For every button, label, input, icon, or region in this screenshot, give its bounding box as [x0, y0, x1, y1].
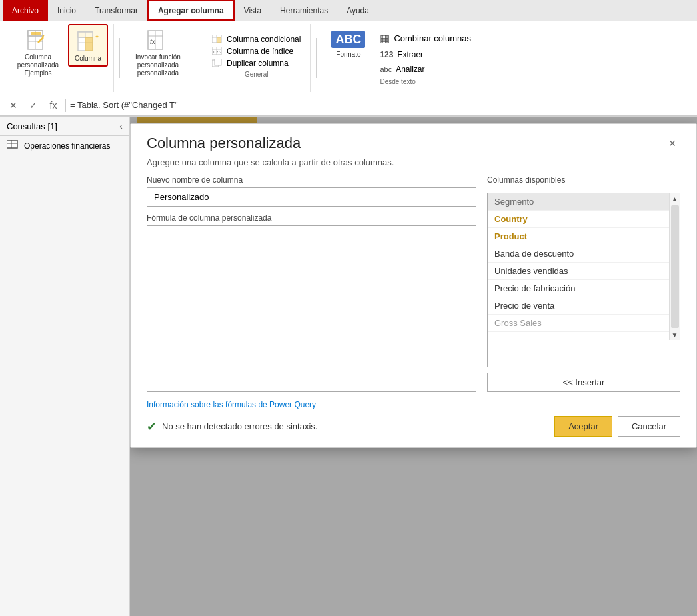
extraer-label: Extraer: [397, 50, 423, 59]
combinar-columnas-icon: ▦: [380, 32, 390, 45]
columna-indice-label: Columna de índice: [227, 47, 293, 56]
column-item-banda[interactable]: Banda de descuento: [488, 245, 669, 263]
column-item-precio-fab[interactable]: Precio de fabricación: [488, 280, 669, 297]
column-item-product[interactable]: Product: [488, 228, 669, 245]
duplicar-columna-btn[interactable]: Duplicar columna: [209, 57, 303, 69]
ribbon-group-invocar: fx Invocar función personalizada persona…: [125, 24, 191, 92]
tab-inicio[interactable]: Inicio: [48, 0, 85, 21]
tab-transformar[interactable]: Transformar: [85, 0, 147, 21]
columns-scroll-area: Segmento Country Product Banda de descue…: [488, 193, 680, 340]
svg-rect-29: [7, 140, 17, 148]
formula-separator: [65, 99, 66, 112]
tab-vista[interactable]: Vista: [235, 0, 271, 21]
scroll-up-btn[interactable]: ▲: [670, 193, 680, 204]
modal-footer: Información sobre las fórmulas de Power …: [131, 392, 696, 447]
formula-text: = Tabla. Sort (#"Changed T": [70, 100, 692, 110]
columna-btn[interactable]: ✦ Columna: [68, 24, 108, 67]
column-name-input[interactable]: [147, 187, 476, 207]
columna-condicional-icon: [212, 35, 223, 44]
combinar-columnas-label: Combinar columnas: [394, 33, 471, 43]
columns-scrollbar[interactable]: ▲ ▼: [669, 193, 680, 340]
tab-agregar-columna[interactable]: Agregar columna: [147, 0, 235, 21]
footer-buttons: Aceptar Cancelar: [554, 416, 680, 437]
modal-overlay: Columna personalizada × Agregue una colu…: [130, 117, 697, 616]
invocar-fn-sublabel: personalizada: [137, 69, 179, 77]
formula-fx-btn[interactable]: fx: [45, 97, 61, 113]
formula-confirm-btn[interactable]: ✓: [25, 97, 41, 113]
columna-condicional-btn[interactable]: Columna condicional: [209, 33, 303, 45]
analizar-icon: abc: [380, 65, 392, 73]
columna-personalizada-ejemplos-icon: [25, 27, 51, 53]
scroll-down-btn[interactable]: ▼: [670, 329, 680, 340]
combinar-columnas-btn[interactable]: ▦ Combinar columnas: [377, 31, 474, 46]
ribbon-group-ejemplos: Columna personalizada Ejemplos ✦: [5, 24, 114, 92]
ribbon-group-small: Columna condicional 1 2 3 Columna de índ…: [203, 24, 311, 92]
extraer-btn[interactable]: 123 Extraer: [377, 49, 474, 61]
columna-indice-btn[interactable]: 1 2 3 Columna de índice: [209, 45, 303, 57]
formato-btn[interactable]: ABC Formato: [327, 28, 369, 61]
accept-btn[interactable]: Aceptar: [554, 416, 612, 437]
modal-subtitle: Agregue una columna que se calcula a par…: [131, 157, 696, 175]
formula-bar: ✕ ✓ fx = Tabla. Sort (#"Changed T": [0, 95, 697, 116]
columna-icon: ✦: [75, 28, 101, 55]
column-item-gross[interactable]: Gross Sales: [488, 315, 669, 332]
general-label: General: [209, 71, 303, 78]
analizar-btn[interactable]: abc Analizar: [377, 63, 474, 75]
column-item-segmento[interactable]: Segmento: [488, 193, 669, 211]
footer-bottom: ✔ No se han detectado errores de sintaxi…: [147, 416, 680, 437]
modal-title: Columna personalizada: [147, 135, 301, 152]
analizar-label: Analizar: [396, 65, 424, 74]
ribbon-group-abc: ABC Formato ▦ Combinar columnas 123 Extr…: [322, 24, 479, 92]
column-item-precio-venta[interactable]: Precio de venta: [488, 297, 669, 315]
duplicar-columna-icon: [212, 59, 223, 68]
formula-field-label: Fórmula de columna personalizada: [147, 213, 476, 223]
collapse-queries-btn[interactable]: ‹: [119, 121, 123, 131]
columna-personalizada-ejemplos-label: Columna personalizada: [15, 53, 61, 69]
query-item-operaciones[interactable]: Operaciones financieras: [0, 136, 129, 155]
ribbon-divider-1: [119, 38, 120, 78]
column-item-unidades[interactable]: Unidades vendidas: [488, 263, 669, 280]
custom-column-modal: Columna personalizada × Agregue una colu…: [130, 123, 697, 448]
columna-personalizada-ejemplos-sublabel: Ejemplos: [24, 69, 51, 77]
fx-label: fx: [50, 100, 57, 111]
query-item-label: Operaciones financieras: [24, 141, 110, 151]
invocar-fn-label: Invocar función personalizada: [135, 53, 181, 69]
modal-close-btn[interactable]: ×: [664, 135, 680, 151]
tab-ayuda[interactable]: Ayuda: [337, 0, 378, 21]
ribbon-divider-2: [197, 38, 197, 78]
formula-field: Fórmula de columna personalizada =: [147, 213, 476, 392]
extraer-icon: 123: [380, 50, 393, 59]
columna-personalizada-ejemplos-btn[interactable]: Columna personalizada Ejemplos: [11, 24, 65, 80]
columna-condicional-label: Columna condicional: [227, 35, 301, 44]
query-table-icon: [7, 140, 19, 151]
desde-texto-label: Desde texto: [377, 78, 474, 85]
columns-list: Segmento Country Product Banda de descue…: [487, 193, 680, 367]
svg-text:1 2 3: 1 2 3: [213, 50, 222, 54]
modal-body: Nuevo nombre de columna Fórmula de colum…: [131, 175, 696, 392]
svg-rect-13: [85, 37, 93, 51]
tab-herramientas[interactable]: Herramientas: [271, 0, 337, 21]
available-columns-label: Columnas disponibles: [487, 175, 680, 185]
modal-header: Columna personalizada ×: [131, 124, 696, 157]
info-link[interactable]: Información sobre las fórmulas de Power …: [147, 400, 680, 409]
svg-text:fx: fx: [150, 38, 156, 45]
insert-btn[interactable]: << Insertar: [487, 373, 680, 392]
abc-icon: ABC: [331, 31, 365, 48]
ribbon-content: Columna personalizada Ejemplos ✦: [0, 21, 697, 95]
modal-left: Nuevo nombre de columna Fórmula de colum…: [147, 175, 476, 392]
tab-archivo[interactable]: Archivo: [3, 0, 48, 21]
cancel-btn[interactable]: Cancelar: [618, 416, 680, 437]
svg-rect-5: [31, 32, 41, 35]
invocar-fn-btn[interactable]: fx Invocar función personalizada persona…: [131, 24, 185, 80]
formula-cancel-btn[interactable]: ✕: [5, 97, 21, 113]
tab-bar: Archivo Inicio Transformar Agregar colum…: [0, 0, 697, 21]
formula-textarea[interactable]: =: [147, 225, 476, 392]
column-item-country[interactable]: Country: [488, 211, 669, 228]
check-icon: ✔: [147, 419, 157, 434]
columna-label: Columna: [75, 55, 101, 63]
svg-text:✦: ✦: [95, 34, 99, 40]
right-area: Segmento ABC Un país ABC Columna persona…: [130, 117, 697, 616]
columns-items: Segmento Country Product Banda de descue…: [488, 193, 669, 332]
column-name-label: Nuevo nombre de columna: [147, 175, 476, 185]
svg-rect-28: [215, 59, 221, 65]
